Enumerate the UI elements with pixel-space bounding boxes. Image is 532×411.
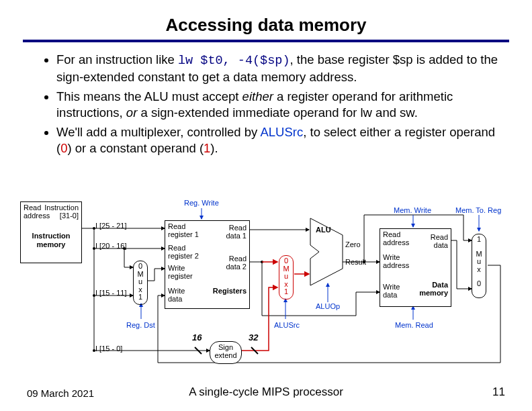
ctrl-aluop: ALUOp: [316, 302, 340, 310]
mux-zero: 0: [60, 141, 67, 155]
mux-regdst: 0 M u x 1: [133, 261, 148, 305]
text: We'll add a multiplexer, controlled by: [56, 125, 260, 139]
mux-in1: 1: [472, 236, 486, 244]
label: Instruction: [44, 203, 79, 212]
label: Read: [431, 233, 448, 241]
label: register: [168, 272, 193, 280]
label: Read: [168, 222, 185, 230]
width-in: 16: [192, 332, 202, 342]
mux-u: u: [472, 258, 486, 266]
mux-memtoreg: 1 M u x 0: [472, 234, 486, 298]
instruction-memory: Read address Instruction [31-0] Instruct…: [20, 201, 82, 263]
field-rd: I [15 - 11]: [95, 289, 126, 297]
ctrl-memwrite: Mem. Write: [394, 206, 431, 214]
ctrl-regwrite: Reg. Write: [184, 199, 219, 207]
label: Read: [383, 230, 400, 238]
field-imm: I [15 - 0]: [95, 345, 122, 353]
alu-zero: Zero: [345, 240, 361, 248]
footer-title: A single-cycle MIPS processor: [0, 385, 532, 399]
footer-page: 11: [492, 385, 505, 399]
svg-line-44: [195, 347, 202, 354]
label: address: [24, 212, 50, 220]
text: ) or a constant operand (: [67, 141, 204, 155]
ctrl-regdst: Reg. Dst: [126, 321, 155, 329]
block-name: Instruction: [21, 232, 81, 240]
register-file: Read register 1 Read register 2 Write re…: [165, 220, 250, 309]
ctrl-name: ALUSrc: [260, 125, 303, 139]
block-name: memory: [21, 240, 81, 248]
label: register 1: [168, 230, 199, 238]
label: data: [168, 295, 182, 303]
label: address: [383, 238, 409, 246]
mux-alusrc: 0 M u x 1: [279, 255, 294, 300]
mux-one: 1: [204, 141, 210, 155]
mux-in0: 0: [472, 280, 486, 288]
text: either: [242, 89, 273, 103]
label: Write: [383, 253, 400, 261]
mux-in1: 1: [279, 288, 293, 296]
ctrl-alusrc: ALUSrc: [274, 321, 300, 329]
label: Write: [168, 287, 185, 295]
label: data 1: [226, 232, 247, 240]
ctrl-memread: Mem. Read: [395, 321, 433, 329]
bullet-3: We'll add a multiplexer, controlled by A…: [56, 124, 502, 157]
text: or: [126, 105, 137, 120]
label: Read: [229, 255, 247, 263]
datapath-diagram: Read address Instruction [31-0] Instruct…: [20, 201, 512, 366]
label: Write: [168, 264, 185, 272]
mux-u: u: [134, 278, 147, 286]
mux-in0: 0: [134, 263, 147, 271]
label: Write: [383, 283, 400, 291]
block-name: memory: [419, 289, 448, 297]
bullet-1: For an instruction like lw $t0, -4($sp),…: [56, 52, 502, 86]
svg-point-20: [261, 261, 263, 263]
label: extend: [210, 351, 241, 359]
label: Read: [168, 244, 185, 252]
width-out: 32: [249, 332, 258, 342]
text: For an instruction like: [56, 52, 178, 66]
svg-line-45: [251, 347, 258, 354]
title-rule: [23, 40, 509, 42]
text: ).: [210, 141, 218, 155]
field-rs: I [25 - 21]: [95, 222, 126, 230]
text: This means the ALU must accept: [56, 89, 242, 103]
field-rt: I [20 - 16]: [95, 242, 126, 250]
label: Read: [229, 224, 247, 232]
label: Sign: [210, 343, 241, 351]
label: Read: [24, 203, 41, 212]
label: data 2: [226, 263, 247, 271]
bullet-2: This means the ALU must accept either a …: [56, 89, 502, 122]
data-memory: Read address Write address Write data Re…: [380, 228, 451, 307]
mux-in1: 1: [134, 293, 147, 302]
alu-result: Result: [345, 258, 366, 266]
sign-extend: Sign extend: [210, 341, 242, 364]
mux-in0: 0: [279, 257, 293, 265]
mux-u: u: [279, 273, 293, 281]
label: data: [383, 291, 397, 299]
block-name: Data: [432, 281, 448, 289]
label: [31-0]: [60, 212, 79, 220]
label: address: [383, 261, 409, 269]
code-snippet: lw $t0, -4($sp): [178, 54, 290, 68]
label: register 2: [168, 252, 199, 260]
block-name: Registers: [213, 287, 247, 295]
ctrl-memtoreg: Mem. To. Reg: [455, 206, 501, 214]
slide-title: Accessing data memory: [0, 0, 532, 36]
mux-x: x: [472, 266, 486, 274]
bullet-list: For an instruction like lw $t0, -4($sp),…: [30, 52, 502, 156]
label: data: [434, 241, 448, 249]
alu-name: ALU: [316, 226, 331, 234]
text: a sign-extended immediate operand for lw…: [137, 105, 418, 120]
